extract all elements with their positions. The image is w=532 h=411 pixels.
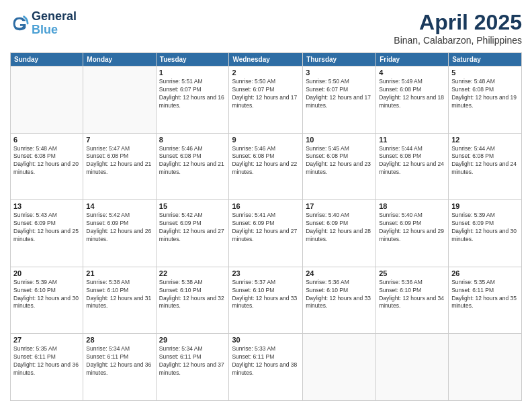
table-row: 29Sunrise: 5:34 AM Sunset: 6:11 PM Dayli… <box>156 334 229 401</box>
day-info: Sunrise: 5:47 AM Sunset: 6:08 PM Dayligh… <box>86 145 152 177</box>
table-row <box>449 334 522 401</box>
day-number: 19 <box>451 202 519 210</box>
day-info: Sunrise: 5:35 AM Sunset: 6:11 PM Dayligh… <box>451 279 519 311</box>
table-row: 27Sunrise: 5:35 AM Sunset: 6:11 PM Dayli… <box>11 334 83 401</box>
table-row <box>376 334 449 401</box>
table-row: 11Sunrise: 5:44 AM Sunset: 6:08 PM Dayli… <box>376 133 449 200</box>
day-number: 2 <box>232 68 300 77</box>
table-row: 25Sunrise: 5:36 AM Sunset: 6:10 PM Dayli… <box>376 267 449 334</box>
day-info: Sunrise: 5:45 AM Sunset: 6:08 PM Dayligh… <box>306 145 373 177</box>
table-row: 12Sunrise: 5:44 AM Sunset: 6:08 PM Dayli… <box>449 133 522 200</box>
table-row: 20Sunrise: 5:39 AM Sunset: 6:10 PM Dayli… <box>11 267 83 334</box>
day-info: Sunrise: 5:38 AM Sunset: 6:10 PM Dayligh… <box>159 279 226 311</box>
day-number: 28 <box>86 336 152 344</box>
day-number: 26 <box>451 269 519 277</box>
table-row: 2Sunrise: 5:50 AM Sunset: 6:07 PM Daylig… <box>229 66 303 134</box>
table-row: 7Sunrise: 5:47 AM Sunset: 6:08 PM Daylig… <box>83 133 156 200</box>
day-number: 16 <box>232 202 300 210</box>
day-number: 15 <box>159 202 226 210</box>
table-row: 15Sunrise: 5:42 AM Sunset: 6:09 PM Dayli… <box>156 200 229 267</box>
day-info: Sunrise: 5:35 AM Sunset: 6:11 PM Dayligh… <box>13 345 80 377</box>
col-friday: Friday <box>376 53 449 66</box>
table-row: 10Sunrise: 5:45 AM Sunset: 6:08 PM Dayli… <box>303 133 376 200</box>
day-info: Sunrise: 5:51 AM Sunset: 6:07 PM Dayligh… <box>159 78 226 110</box>
col-sunday: Sunday <box>11 53 83 66</box>
table-row: 4Sunrise: 5:49 AM Sunset: 6:08 PM Daylig… <box>376 66 449 134</box>
table-row: 19Sunrise: 5:39 AM Sunset: 6:09 PM Dayli… <box>449 200 522 267</box>
day-number: 5 <box>451 68 519 77</box>
day-number: 21 <box>86 269 152 277</box>
title-area: April 2025 Binan, Calabarzon, Philippine… <box>394 10 522 46</box>
table-row: 1Sunrise: 5:51 AM Sunset: 6:07 PM Daylig… <box>156 66 229 134</box>
logo: General Blue <box>10 10 77 37</box>
day-info: Sunrise: 5:38 AM Sunset: 6:10 PM Dayligh… <box>86 279 152 311</box>
col-thursday: Thursday <box>303 53 376 66</box>
table-row: 22Sunrise: 5:38 AM Sunset: 6:10 PM Dayli… <box>156 267 229 334</box>
day-info: Sunrise: 5:34 AM Sunset: 6:11 PM Dayligh… <box>159 345 226 377</box>
day-number: 18 <box>379 202 445 210</box>
day-number: 24 <box>306 269 373 277</box>
page: General Blue April 2025 Binan, Calabarzo… <box>0 0 532 411</box>
table-row: 18Sunrise: 5:40 AM Sunset: 6:09 PM Dayli… <box>376 200 449 267</box>
calendar-header-row: Sunday Monday Tuesday Wednesday Thursday… <box>11 53 522 66</box>
table-row: 23Sunrise: 5:37 AM Sunset: 6:10 PM Dayli… <box>229 267 303 334</box>
logo-icon <box>10 14 29 33</box>
day-info: Sunrise: 5:34 AM Sunset: 6:11 PM Dayligh… <box>86 345 152 377</box>
calendar-week-row: 6Sunrise: 5:48 AM Sunset: 6:08 PM Daylig… <box>11 133 522 200</box>
month-title: April 2025 <box>394 10 522 35</box>
table-row <box>11 66 83 134</box>
logo-text: General Blue <box>32 10 77 37</box>
day-number: 17 <box>306 202 373 210</box>
table-row <box>303 334 376 401</box>
day-info: Sunrise: 5:44 AM Sunset: 6:08 PM Dayligh… <box>379 145 445 177</box>
day-info: Sunrise: 5:43 AM Sunset: 6:09 PM Dayligh… <box>13 212 80 244</box>
table-row <box>83 66 156 134</box>
table-row: 13Sunrise: 5:43 AM Sunset: 6:09 PM Dayli… <box>11 200 83 267</box>
day-info: Sunrise: 5:41 AM Sunset: 6:09 PM Dayligh… <box>232 212 300 244</box>
day-number: 10 <box>306 136 373 144</box>
day-number: 9 <box>232 136 300 144</box>
day-number: 14 <box>86 202 152 210</box>
day-info: Sunrise: 5:46 AM Sunset: 6:08 PM Dayligh… <box>159 145 226 177</box>
logo-line2: Blue <box>32 23 58 36</box>
col-saturday: Saturday <box>449 53 522 66</box>
day-info: Sunrise: 5:40 AM Sunset: 6:09 PM Dayligh… <box>379 212 445 244</box>
table-row: 26Sunrise: 5:35 AM Sunset: 6:11 PM Dayli… <box>449 267 522 334</box>
calendar-week-row: 27Sunrise: 5:35 AM Sunset: 6:11 PM Dayli… <box>11 334 522 401</box>
day-number: 27 <box>13 336 80 344</box>
calendar: Sunday Monday Tuesday Wednesday Thursday… <box>10 52 522 401</box>
day-info: Sunrise: 5:39 AM Sunset: 6:10 PM Dayligh… <box>13 279 80 311</box>
day-number: 7 <box>86 136 152 144</box>
day-number: 3 <box>306 68 373 77</box>
day-number: 4 <box>379 68 445 77</box>
header: General Blue April 2025 Binan, Calabarzo… <box>10 10 522 46</box>
table-row: 14Sunrise: 5:42 AM Sunset: 6:09 PM Dayli… <box>83 200 156 267</box>
day-info: Sunrise: 5:42 AM Sunset: 6:09 PM Dayligh… <box>86 212 152 244</box>
day-info: Sunrise: 5:36 AM Sunset: 6:10 PM Dayligh… <box>379 279 445 311</box>
table-row: 3Sunrise: 5:50 AM Sunset: 6:07 PM Daylig… <box>303 66 376 134</box>
day-number: 20 <box>13 269 80 277</box>
table-row: 24Sunrise: 5:36 AM Sunset: 6:10 PM Dayli… <box>303 267 376 334</box>
table-row: 8Sunrise: 5:46 AM Sunset: 6:08 PM Daylig… <box>156 133 229 200</box>
day-number: 13 <box>13 202 80 210</box>
location-title: Binan, Calabarzon, Philippines <box>394 35 522 46</box>
day-number: 22 <box>159 269 226 277</box>
calendar-week-row: 13Sunrise: 5:43 AM Sunset: 6:09 PM Dayli… <box>11 200 522 267</box>
day-number: 6 <box>13 136 80 144</box>
day-info: Sunrise: 5:46 AM Sunset: 6:08 PM Dayligh… <box>232 145 300 177</box>
table-row: 28Sunrise: 5:34 AM Sunset: 6:11 PM Dayli… <box>83 334 156 401</box>
col-tuesday: Tuesday <box>156 53 229 66</box>
day-info: Sunrise: 5:50 AM Sunset: 6:07 PM Dayligh… <box>232 78 300 110</box>
day-info: Sunrise: 5:33 AM Sunset: 6:11 PM Dayligh… <box>232 345 300 377</box>
day-number: 11 <box>379 136 445 144</box>
table-row: 5Sunrise: 5:48 AM Sunset: 6:08 PM Daylig… <box>449 66 522 134</box>
col-monday: Monday <box>83 53 156 66</box>
table-row: 16Sunrise: 5:41 AM Sunset: 6:09 PM Dayli… <box>229 200 303 267</box>
day-number: 25 <box>379 269 445 277</box>
calendar-week-row: 1Sunrise: 5:51 AM Sunset: 6:07 PM Daylig… <box>11 66 522 134</box>
day-info: Sunrise: 5:48 AM Sunset: 6:08 PM Dayligh… <box>451 78 519 110</box>
day-info: Sunrise: 5:48 AM Sunset: 6:08 PM Dayligh… <box>13 145 80 177</box>
day-number: 29 <box>159 336 226 344</box>
calendar-week-row: 20Sunrise: 5:39 AM Sunset: 6:10 PM Dayli… <box>11 267 522 334</box>
day-info: Sunrise: 5:42 AM Sunset: 6:09 PM Dayligh… <box>159 212 226 244</box>
